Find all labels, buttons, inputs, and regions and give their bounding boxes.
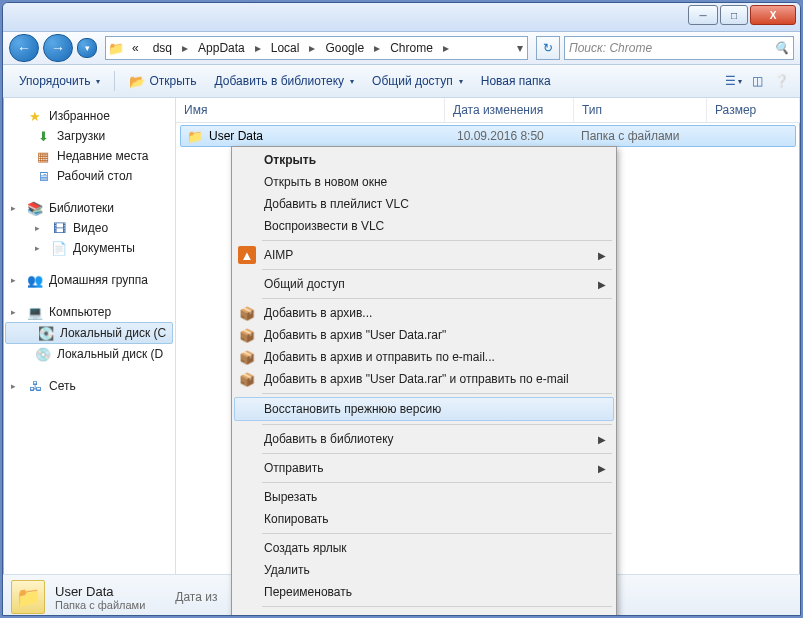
ctx-open-new-window[interactable]: Открыть в новом окне <box>234 171 614 193</box>
share-button[interactable]: Общий доступ▾ <box>364 71 471 91</box>
ctx-share[interactable]: Общий доступ▶ <box>234 273 614 295</box>
help-button[interactable]: ❔ <box>770 70 792 92</box>
chevron-right-icon[interactable]: ▸ <box>253 41 263 55</box>
chevron-right-icon[interactable]: ▸ <box>180 41 190 55</box>
winrar-icon: 📦 <box>238 304 256 322</box>
open-button[interactable]: 📂Открыть <box>121 70 204 92</box>
view-options-button[interactable]: ☰▾ <box>722 70 744 92</box>
ctx-open[interactable]: Открыть <box>234 149 614 171</box>
recent-icon: ▦ <box>35 148 51 164</box>
library-icon: 📚 <box>27 200 43 216</box>
ctx-create-shortcut[interactable]: Создать ярлык <box>234 537 614 559</box>
ctx-properties[interactable]: Свойства <box>234 610 614 616</box>
organize-button[interactable]: Упорядочить▾ <box>11 71 108 91</box>
network-icon: 🖧 <box>27 378 43 394</box>
tree-desktop[interactable]: 🖥Рабочий стол <box>3 166 175 186</box>
crumb-local[interactable]: Local <box>265 38 306 58</box>
close-button[interactable]: X <box>750 5 796 25</box>
col-date[interactable]: Дата изменения <box>445 98 574 122</box>
file-row-user-data[interactable]: 📁 User Data 10.09.2016 8:50 Папка с файл… <box>180 125 796 147</box>
toolbar: Упорядочить▾ 📂Открыть Добавить в библиот… <box>3 65 800 98</box>
submenu-arrow-icon: ▶ <box>598 250 606 261</box>
tree-disk-d[interactable]: 💿Локальный диск (D <box>3 344 175 364</box>
chevron-down-icon[interactable]: ▾ <box>515 41 525 55</box>
chevron-right-icon[interactable]: ▸ <box>372 41 382 55</box>
video-icon: 🎞 <box>51 220 67 236</box>
separator <box>262 482 612 483</box>
tree-disk-c[interactable]: 💽Локальный диск (C <box>5 322 173 344</box>
submenu-arrow-icon: ▶ <box>598 463 606 474</box>
titlebar: ─ □ X <box>3 3 800 32</box>
tree-documents[interactable]: ▸📄Документы <box>3 238 175 258</box>
history-dropdown[interactable]: ▾ <box>77 38 97 58</box>
desktop-icon: 🖥 <box>35 168 51 184</box>
ctx-rename[interactable]: Переименовать <box>234 581 614 603</box>
maximize-button[interactable]: □ <box>720 5 748 25</box>
chevron-right-icon[interactable]: ▸ <box>307 41 317 55</box>
folder-large-icon: 📁 <box>11 580 45 614</box>
minimize-button[interactable]: ─ <box>688 5 718 25</box>
col-size[interactable]: Размер <box>707 98 800 122</box>
tree-downloads[interactable]: ⬇Загрузки <box>3 126 175 146</box>
ctx-cut[interactable]: Вырезать <box>234 486 614 508</box>
ctx-vlc-playlist[interactable]: Добавить в плейлист VLC <box>234 193 614 215</box>
refresh-button[interactable]: ↻ <box>536 36 560 60</box>
tree-homegroup[interactable]: ▸👥Домашняя группа <box>3 270 175 290</box>
homegroup-icon: 👥 <box>27 272 43 288</box>
chevron-right-icon[interactable]: ▸ <box>441 41 451 55</box>
crumb-chrome[interactable]: Chrome <box>384 38 439 58</box>
preview-pane-button[interactable]: ◫ <box>746 70 768 92</box>
folder-open-icon: 📂 <box>129 73 145 89</box>
ctx-vlc-play[interactable]: Воспроизвести в VLC <box>234 215 614 237</box>
address-bar[interactable]: 📁 « dsq▸ AppData▸ Local▸ Google▸ Chrome▸… <box>105 36 528 60</box>
documents-icon: 📄 <box>51 240 67 256</box>
tree-video[interactable]: ▸🎞Видео <box>3 218 175 238</box>
ctx-rar-userdata-email[interactable]: 📦Добавить в архив "User Data.rar" и отпр… <box>234 368 614 390</box>
col-name[interactable]: Имя <box>176 98 445 122</box>
ctx-send-to[interactable]: Отправить▶ <box>234 457 614 479</box>
details-date-label: Дата из <box>175 590 217 604</box>
separator <box>262 298 612 299</box>
crumb-google[interactable]: Google <box>319 38 370 58</box>
forward-button[interactable]: → <box>43 34 73 62</box>
tree-recent[interactable]: ▦Недавние места <box>3 146 175 166</box>
disk-icon: 💿 <box>35 346 51 362</box>
col-type[interactable]: Тип <box>574 98 707 122</box>
ctx-rar-userdata[interactable]: 📦Добавить в архив "User Data.rar" <box>234 324 614 346</box>
folder-icon: 📁 <box>187 128 203 144</box>
crumb-appdata[interactable]: AppData <box>192 38 251 58</box>
new-folder-button[interactable]: Новая папка <box>473 71 559 91</box>
tree-libraries[interactable]: ▸📚Библиотеки <box>3 198 175 218</box>
folder-icon: 📁 <box>108 40 124 56</box>
submenu-arrow-icon: ▶ <box>598 279 606 290</box>
back-button[interactable]: ← <box>9 34 39 62</box>
downloads-icon: ⬇ <box>35 128 51 144</box>
tree-network[interactable]: ▸🖧Сеть <box>3 376 175 396</box>
search-icon: 🔍 <box>774 41 789 55</box>
ctx-restore-previous[interactable]: Восстановить прежнюю версию <box>234 397 614 421</box>
ctx-delete[interactable]: Удалить <box>234 559 614 581</box>
explorer-window: ─ □ X ← → ▾ 📁 « dsq▸ AppData▸ Local▸ Goo… <box>2 2 801 616</box>
add-to-library-button[interactable]: Добавить в библиотеку▾ <box>207 71 363 91</box>
ctx-copy[interactable]: Копировать <box>234 508 614 530</box>
navbar: ← → ▾ 📁 « dsq▸ AppData▸ Local▸ Google▸ C… <box>3 32 800 65</box>
crumb-chevron-prefix[interactable]: « <box>126 38 145 58</box>
tree-computer[interactable]: ▸💻Компьютер <box>3 302 175 322</box>
separator <box>114 71 115 91</box>
nav-tree: ★Избранное ⬇Загрузки ▦Недавние места 🖥Ра… <box>3 98 176 574</box>
computer-icon: 💻 <box>27 304 43 320</box>
details-type: Папка с файлами <box>55 599 145 611</box>
submenu-arrow-icon: ▶ <box>598 434 606 445</box>
winrar-icon: 📦 <box>238 326 256 344</box>
search-input[interactable]: Поиск: Chrome 🔍 <box>564 36 794 60</box>
separator <box>262 240 612 241</box>
ctx-add-to-library[interactable]: Добавить в библиотеку▶ <box>234 428 614 450</box>
details-name: User Data <box>55 584 145 599</box>
column-headers: Имя Дата изменения Тип Размер <box>176 98 800 123</box>
tree-favorites[interactable]: ★Избранное <box>3 106 175 126</box>
crumb-dsq[interactable]: dsq <box>147 38 178 58</box>
ctx-rar-add[interactable]: 📦Добавить в архив... <box>234 302 614 324</box>
ctx-aimp[interactable]: ▲AIMP▶ <box>234 244 614 266</box>
separator <box>262 393 612 394</box>
ctx-rar-email[interactable]: 📦Добавить в архив и отправить по e-mail.… <box>234 346 614 368</box>
